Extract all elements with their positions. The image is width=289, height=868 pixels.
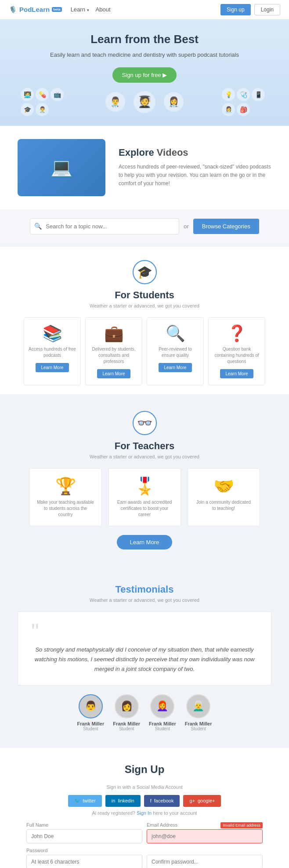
- twitter-button[interactable]: 🐦 twitter: [68, 795, 102, 807]
- teachers-learn-more-button[interactable]: Learn More: [117, 535, 172, 549]
- card-desc-3: Question bank containing hundreds of que…: [213, 346, 260, 365]
- testimonial-person-0[interactable]: 👨 Frank Miller Student: [77, 694, 105, 731]
- email-input[interactable]: [147, 829, 263, 843]
- signin-link[interactable]: Sign In: [137, 810, 152, 816]
- avatar-2: 👩‍🦰: [150, 694, 174, 718]
- bubble-2: 💊: [36, 88, 49, 101]
- card-btn-3[interactable]: Learn More: [220, 369, 253, 378]
- social-signin-label: Sign in with a Social Media Account: [26, 784, 263, 790]
- person-role-2: Student: [149, 726, 176, 731]
- bubble-1: 🧑‍💻: [21, 88, 34, 101]
- teachers-heading: For Teachers: [13, 440, 276, 452]
- navbar-left: 🎙️ PodLearn beta Learn ▾ About: [9, 6, 111, 14]
- avatar-3: 👨‍🦳: [186, 694, 210, 718]
- avatar-0: 👨: [79, 694, 103, 718]
- teachers-cards-grid: 🏆 Make your teaching available to studen…: [13, 468, 276, 526]
- laptop-image: 💻: [18, 139, 105, 196]
- teacher-desc-1: Earn awards and accredited certificates …: [116, 499, 174, 518]
- bubble-5: 👨‍⚕️: [36, 103, 49, 116]
- teachers-icon: 👓: [133, 411, 157, 435]
- confirm-password-field: [147, 848, 263, 868]
- person-name-1: Frank Miller: [113, 721, 140, 726]
- email-label: Email Address Invalid Email address: [147, 822, 263, 828]
- confirm-password-input[interactable]: [147, 855, 263, 868]
- already-registered-text: Al ready registered? Sign In here to you…: [26, 810, 263, 816]
- card-desc-1: Delivered by students, consultants and p…: [90, 346, 137, 365]
- password-input[interactable]: [26, 855, 142, 868]
- student-card-1: 💼 Delivered by students, consultants and…: [85, 317, 142, 385]
- nav-learn[interactable]: Learn ▾: [71, 6, 89, 13]
- confirm-label: [147, 848, 263, 853]
- teacher-desc-2: Join a community dedicated to teaching!: [195, 499, 253, 512]
- twitter-icon: 🐦: [74, 798, 80, 804]
- students-section: 🎓 For Students Weather a starter or adva…: [0, 247, 289, 394]
- google-button[interactable]: g+ google+: [183, 795, 221, 807]
- card-btn-0[interactable]: Learn More: [36, 363, 69, 372]
- divider-4: [0, 744, 289, 748]
- hero-signup-button[interactable]: Sign up for free ▶: [112, 67, 177, 83]
- hero-illustrations: 🧑‍💻 💊 📺 🎓 👨‍⚕️ 👨‍⚕️ 🧑‍🎓 👩‍⚕️ 💡 🩺 📱 👩‍💼 🎒: [18, 87, 271, 117]
- student-card-2: 🔍 Peer-reviewed to ensure quality Learn …: [147, 317, 204, 385]
- search-input[interactable]: [30, 218, 179, 234]
- hero-title: Learn from the Best: [18, 33, 271, 46]
- card-icon-3: ❓: [213, 324, 260, 343]
- bubble-doctor: 👨‍⚕️: [105, 92, 125, 112]
- browse-categories-button[interactable]: Browse Categories: [193, 219, 259, 234]
- facebook-label: facebook: [154, 798, 174, 803]
- graduation-icon: 🎓: [137, 265, 152, 279]
- facebook-button[interactable]: f facebook: [144, 795, 180, 807]
- hero-section: Learn from the Best Easily learn and tea…: [0, 19, 289, 126]
- nav-login-button[interactable]: Login: [254, 4, 280, 15]
- testimonial-person-2[interactable]: 👩‍🦰 Frank Miller Student: [149, 694, 176, 731]
- facebook-icon: f: [150, 798, 152, 803]
- logo-icon: 🎙️: [9, 6, 17, 14]
- explore-content: Explore Videos Access hundreds of peer-r…: [119, 147, 271, 188]
- signup-section: Sign Up Sign in with a Social Media Acco…: [0, 748, 289, 868]
- email-field: Email Address Invalid Email address: [147, 822, 263, 843]
- hero-left-illustration: 🧑‍💻 💊 📺 🎓 👨‍⚕️: [18, 87, 70, 117]
- nav-links: Learn ▾ About: [71, 6, 111, 13]
- teacher-card-1: 🎖️ Earn awards and accredited certificat…: [108, 468, 181, 526]
- divider-2: [0, 394, 289, 398]
- search-input-wrapper: 🔍: [30, 218, 179, 234]
- quote-mark-icon: ": [31, 623, 258, 641]
- nav-about[interactable]: About: [96, 6, 111, 13]
- students-icon: 🎓: [133, 260, 157, 284]
- person-role-0: Student: [77, 726, 105, 731]
- card-icon-2: 🔍: [152, 324, 199, 343]
- testimonial-text: So strongly and metaphysically did I con…: [31, 645, 258, 674]
- password-field: Password: [26, 848, 142, 868]
- explore-illustration: 💻: [18, 139, 105, 196]
- bubble-8: 📱: [252, 88, 265, 101]
- testimonial-avatars: 👨 Frank Miller Student 👩 Frank Miller St…: [18, 694, 271, 731]
- google-icon: g+: [189, 798, 195, 803]
- card-btn-1[interactable]: Learn More: [97, 369, 130, 378]
- google-label: google+: [198, 798, 215, 803]
- bubble-6: 💡: [222, 88, 235, 101]
- hero-description: Easily learn and teach medicine and dent…: [18, 51, 271, 59]
- teacher-icon-0: 🏆: [36, 476, 95, 496]
- testimonial-person-1[interactable]: 👩 Frank Miller Student: [113, 694, 140, 731]
- explore-description: Access hundreds of peer-reviewed, "snack…: [119, 163, 271, 188]
- card-btn-2[interactable]: Learn More: [159, 363, 191, 372]
- card-desc-0: Access hundreds of free podcasts: [29, 346, 76, 359]
- fullname-input[interactable]: [26, 829, 142, 843]
- learn-arrow-icon: ▾: [87, 8, 89, 12]
- hero-center-illustration: 👨‍⚕️ 🧑‍🎓 👩‍⚕️: [70, 90, 219, 114]
- fullname-label: Full Name: [26, 822, 142, 828]
- testimonial-person-3[interactable]: 👨‍🦳 Frank Miller Student: [185, 694, 212, 731]
- teacher-glasses-icon: 👓: [137, 416, 152, 430]
- card-desc-2: Peer-reviewed to ensure quality: [152, 346, 199, 359]
- linkedin-button[interactable]: in linkedin: [105, 795, 141, 807]
- nav-signup-button[interactable]: Sign up: [220, 4, 251, 15]
- teacher-icon-2: 🤝: [195, 476, 253, 496]
- testimonials-section: Testimonials Weather a starter or advanc…: [0, 571, 289, 744]
- signup-heading: Sign Up: [26, 763, 263, 776]
- teacher-icon-1: 🎖️: [116, 476, 174, 496]
- person-role-1: Student: [113, 726, 140, 731]
- person-name-2: Frank Miller: [149, 721, 176, 726]
- person-name-3: Frank Miller: [185, 721, 212, 726]
- logo[interactable]: 🎙️ PodLearn beta: [9, 6, 62, 14]
- teacher-card-0: 🏆 Make your teaching available to studen…: [29, 468, 102, 526]
- linkedin-label: linkedin: [118, 798, 134, 803]
